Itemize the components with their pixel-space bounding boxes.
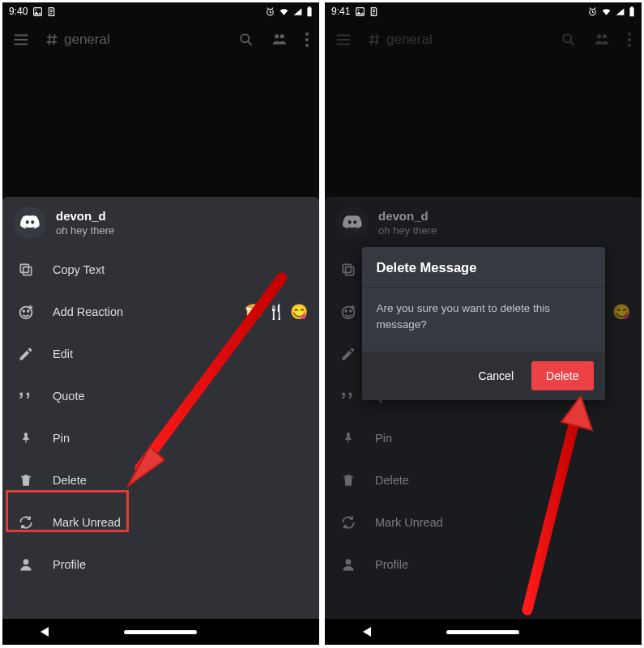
svg-point-22 <box>563 34 571 42</box>
svg-rect-17 <box>356 7 365 15</box>
trash-icon <box>339 471 357 489</box>
menu-label: Pin <box>375 432 392 445</box>
svg-point-14 <box>23 310 24 312</box>
emoji-yum[interactable]: 😋 <box>290 303 308 321</box>
phone-right: 9:41 general <box>325 2 642 645</box>
cancel-button[interactable]: Cancel <box>467 361 525 390</box>
svg-point-6 <box>275 34 279 38</box>
svg-rect-29 <box>343 264 351 272</box>
menu-label: Copy Text <box>53 263 104 276</box>
menu-label: Profile <box>53 558 86 571</box>
menu-mark-unread[interactable]: Mark Unread <box>325 501 642 544</box>
menu-label: Edit <box>53 347 73 360</box>
pencil-icon <box>17 345 35 363</box>
note-icon <box>46 6 57 17</box>
person-icon <box>17 556 35 573</box>
statusbar-right-icons <box>587 6 635 17</box>
menu-delete[interactable]: Delete <box>2 459 319 501</box>
menu-icon[interactable] <box>335 31 352 49</box>
menu-icon[interactable] <box>12 31 30 49</box>
menu-label: Pin <box>53 432 70 445</box>
menu-mark-unread[interactable]: Mark Unread <box>2 501 319 544</box>
hash-icon <box>45 32 59 47</box>
content-space <box>325 59 642 197</box>
svg-point-25 <box>628 32 631 36</box>
reaction-shortcuts[interactable]: 🍞 🍴 😋 <box>245 303 308 321</box>
pin-icon <box>17 429 35 447</box>
nav-home[interactable] <box>446 630 519 634</box>
more-icon[interactable] <box>305 32 309 48</box>
wifi-icon <box>601 6 612 17</box>
svg-point-15 <box>28 310 29 312</box>
more-icon[interactable] <box>627 32 632 48</box>
menu-profile[interactable]: Profile <box>325 544 642 586</box>
statusbar: 9:41 <box>325 2 642 20</box>
svg-rect-4 <box>309 6 311 7</box>
menu-label: Add Reaction <box>53 305 123 318</box>
reaction-icon <box>339 303 357 321</box>
signal-icon <box>615 6 625 17</box>
copy-icon <box>339 261 357 279</box>
context-menu: Copy Text Add Reaction 🍞 🍴 😋 Edit Quote <box>2 249 319 586</box>
pin-icon <box>339 429 357 447</box>
menu-label: Mark Unread <box>53 516 121 529</box>
statusbar-time: 9:40 <box>9 6 28 17</box>
emoji-bread[interactable]: 🍞 <box>245 303 262 321</box>
note-icon <box>369 6 379 17</box>
message-preview: devon_d oh hey there <box>2 197 319 249</box>
svg-rect-28 <box>346 267 354 275</box>
discord-logo-icon <box>342 212 363 233</box>
menu-copy-text[interactable]: Copy Text <box>2 249 319 291</box>
reaction-icon <box>17 303 35 321</box>
message-preview: devon_d oh hey there <box>325 197 642 249</box>
menu-add-reaction[interactable]: Add Reaction 🍞 🍴 😋 <box>2 291 319 333</box>
nav-home[interactable] <box>124 630 197 634</box>
delete-button[interactable]: Delete <box>531 361 593 390</box>
pencil-icon <box>339 345 357 363</box>
search-icon[interactable] <box>238 32 254 48</box>
search-icon[interactable] <box>561 32 577 48</box>
svg-rect-3 <box>307 7 311 16</box>
svg-point-24 <box>603 34 607 38</box>
dialog-title: Delete Message <box>362 247 605 288</box>
statusbar-left-icons <box>32 6 57 17</box>
person-icon <box>339 556 357 573</box>
svg-rect-21 <box>631 6 633 7</box>
menu-quote[interactable]: Quote <box>2 375 319 417</box>
dialog-body: Are you sure you want to delete this mes… <box>362 288 605 352</box>
statusbar-right-icons <box>265 6 313 17</box>
username: devon_d <box>378 209 437 223</box>
menu-edit[interactable]: Edit <box>2 333 319 375</box>
trash-icon <box>17 471 35 489</box>
svg-point-7 <box>280 34 284 38</box>
svg-point-16 <box>23 559 29 565</box>
statusbar-time: 9:41 <box>331 6 350 17</box>
nav-back[interactable] <box>41 627 49 637</box>
reaction-shortcuts[interactable]: 😋 <box>612 303 630 321</box>
discord-logo-icon <box>19 212 41 233</box>
members-icon[interactable] <box>271 32 288 48</box>
svg-point-26 <box>628 38 631 41</box>
menu-delete[interactable]: Delete <box>325 459 642 501</box>
nav-back[interactable] <box>363 627 371 637</box>
members-icon[interactable] <box>593 32 611 48</box>
emoji-cutlery[interactable]: 🍴 <box>267 303 285 321</box>
alarm-icon <box>587 6 598 17</box>
content-space <box>2 59 319 197</box>
channel-name: general <box>64 32 110 48</box>
emoji-yum[interactable]: 😋 <box>612 303 630 321</box>
action-sheet: devon_d oh hey there Copy Text Add React… <box>2 197 319 619</box>
menu-pin[interactable]: Pin <box>325 417 642 459</box>
hash-icon <box>367 32 382 47</box>
svg-point-8 <box>305 32 309 36</box>
svg-point-5 <box>241 34 249 42</box>
menu-pin[interactable]: Pin <box>2 417 319 459</box>
alarm-icon <box>265 6 275 17</box>
menu-profile[interactable]: Profile <box>2 544 319 586</box>
android-navbar <box>2 619 319 645</box>
menu-label: Profile <box>375 558 408 571</box>
battery-icon <box>629 6 635 17</box>
phone-left: 9:40 general <box>2 2 319 645</box>
image-icon <box>355 6 365 17</box>
avatar <box>336 207 369 239</box>
